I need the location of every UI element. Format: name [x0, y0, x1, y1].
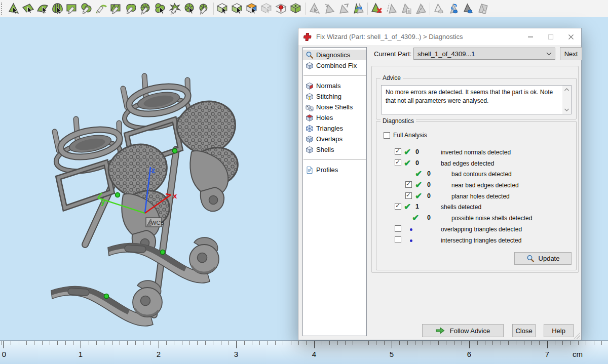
row-count: 1 [415, 203, 419, 210]
diagnostic-row: intersecting triangles detected [376, 235, 576, 246]
mark-surface-button[interactable] [35, 1, 50, 16]
sidebar-item-noise-shells[interactable]: Noise Shells [303, 102, 366, 112]
maximize-button[interactable] [541, 28, 561, 45]
mark-curve-button[interactable] [94, 1, 109, 16]
toolbar-drag-handle[interactable] [1, 3, 4, 15]
magnifier-icon [306, 51, 314, 59]
scroll-down-icon[interactable] [564, 108, 569, 112]
scroll-up-icon[interactable] [564, 88, 569, 92]
model-sole-lower [51, 280, 162, 326]
cube-expand-marked-button[interactable] [289, 1, 303, 16]
advice-textbox[interactable]: No more errors are detected. It seems th… [381, 85, 572, 114]
cube-unmark-all-button[interactable] [230, 1, 245, 16]
row-checkbox[interactable] [395, 203, 401, 210]
sidebar-item-label: Profiles [316, 166, 338, 174]
triangle-reorient-button[interactable] [446, 1, 461, 16]
advice-group-title: Advice [381, 74, 403, 82]
mark-pie-button[interactable] [182, 1, 197, 16]
diagnostics-panel: Advice No more errors are detected. It s… [371, 66, 579, 273]
dialog-titlebar[interactable]: Fix Wizard (Part: shell_1_of_4309..) > D… [298, 28, 581, 45]
quad-detach-button[interactable] [476, 1, 490, 16]
sidebar-item-normals[interactable]: Normals [303, 80, 366, 91]
sidebar-item-shells[interactable]: Shells [303, 144, 366, 155]
quad-detach-icon [477, 3, 489, 15]
cube-mark-point-button[interactable] [274, 1, 289, 16]
triangle-delete-icon [370, 3, 383, 15]
mark-pie-draw-button[interactable] [197, 1, 212, 16]
triangles-swap-button[interactable] [351, 1, 366, 16]
minimize-button[interactable] [520, 28, 541, 45]
sidebar-item-overlaps[interactable]: Overlaps [303, 134, 366, 144]
triangle-move-button[interactable] [336, 1, 351, 16]
mark-window-triangles-button[interactable] [109, 1, 124, 16]
triangle-split-button[interactable] [413, 1, 428, 16]
diagnostic-row: ✔ 0 possible noise shells detected [376, 213, 576, 224]
sidebar-item-profiles[interactable]: Profiles [303, 165, 366, 175]
row-label: near bad edges detected [451, 182, 519, 189]
sidebar-item-diagnostics[interactable]: Diagnostics [303, 50, 366, 60]
mark-freeform-button[interactable] [124, 1, 138, 16]
triangle-properties-button[interactable] [399, 1, 413, 16]
full-analysis-label: Full Analysis [393, 132, 427, 139]
mark-triangle-button[interactable] [6, 1, 21, 16]
mark-flower-button[interactable] [138, 1, 153, 16]
triangle-flip-icon [323, 3, 335, 15]
advice-scrollbar[interactable] [562, 86, 571, 114]
close-window-button[interactable] [561, 28, 581, 45]
full-analysis-checkbox[interactable] [384, 132, 390, 139]
sidebar-item-combined-fix[interactable]: Combined Fix [303, 60, 366, 71]
triangle-offset-button[interactable] [384, 1, 399, 16]
row-count: 0 [427, 192, 431, 199]
mark-star-button[interactable] [168, 1, 182, 16]
diagnostic-row: ✔ 0 inverted normals detected [376, 147, 576, 158]
fix-wizard-red-cross-icon [303, 32, 312, 42]
sidebar-item-triangles[interactable]: Triangles [303, 123, 366, 134]
triangle-flip-button[interactable] [322, 1, 336, 16]
mark-rectangle-button[interactable] [65, 1, 80, 16]
current-part-dropdown[interactable]: shell_1_of_4309...1 [413, 48, 555, 60]
sidebar-item-stitching[interactable]: Stitching [303, 91, 366, 102]
full-analysis-row: Full Analysis [384, 132, 427, 139]
green-arrow-icon [436, 327, 445, 334]
cube-unmark-disabled-button[interactable] [259, 1, 274, 16]
cube-mark-all-button[interactable] [215, 1, 230, 16]
row-label: possible noise shells detected [451, 215, 532, 222]
row-checkbox[interactable] [405, 181, 412, 188]
row-checkbox[interactable] [405, 192, 412, 199]
toolbar-separator [367, 3, 368, 15]
triangle-select-point-button[interactable] [432, 1, 446, 16]
diagnostic-row: ✔ 0 near bad edges detected [376, 180, 576, 191]
help-button[interactable]: Help [544, 324, 574, 337]
resize-grip[interactable] [574, 332, 580, 339]
mark-blob-button[interactable] [80, 1, 94, 16]
mark-circles-button[interactable] [153, 1, 168, 16]
mark-surface-icon [36, 3, 49, 15]
diagnostics-group-title: Diagnostics [381, 117, 416, 125]
row-label: bad edges detected [441, 160, 494, 167]
row-checkbox[interactable] [395, 225, 401, 232]
row-checkbox[interactable] [395, 236, 401, 243]
triangle-offset-icon [385, 3, 398, 15]
next-button[interactable]: Next [560, 47, 582, 60]
dice-icon [306, 103, 314, 111]
mark-star-icon [169, 3, 181, 15]
triangle-mark-node-button[interactable] [461, 1, 476, 16]
update-button[interactable]: Update [514, 252, 572, 265]
triangle-delete-button[interactable] [369, 1, 384, 16]
mark-shell-button[interactable] [50, 1, 65, 16]
cube-invert-marked-icon [246, 3, 258, 15]
row-checkbox[interactable] [395, 159, 401, 166]
sidebar-item-holes[interactable]: Holes [303, 112, 366, 123]
row-label: overlapping triangles detected [441, 226, 522, 233]
close-button[interactable]: Close [512, 324, 536, 337]
mark-plane-button[interactable] [21, 1, 35, 16]
sidebar-item-label: Stitching [316, 93, 341, 100]
mark-pie-icon [183, 3, 196, 15]
mark-pie-draw-icon [198, 3, 211, 15]
cube-invert-marked-button[interactable] [245, 1, 259, 16]
triangle-create-button[interactable] [307, 1, 322, 16]
toolbar-separator [430, 3, 430, 15]
follow-advice-button[interactable]: Follow Advice [422, 324, 504, 337]
row-checkbox[interactable] [395, 148, 401, 155]
wcs-label: WCS [151, 220, 164, 226]
